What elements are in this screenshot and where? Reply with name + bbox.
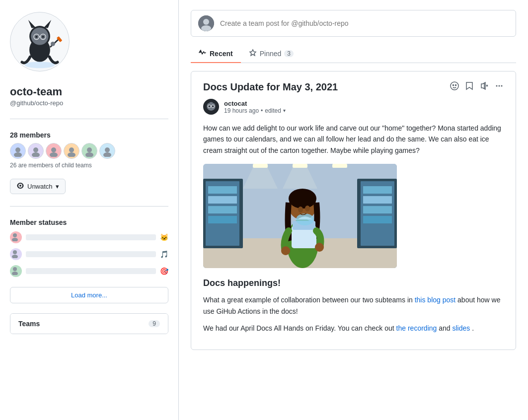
svg-point-17	[32, 152, 40, 157]
team-handle: @github/octo-repo	[10, 99, 168, 107]
status-item-1: 🐱	[10, 231, 168, 243]
post-header-row: Docs Update for May 3, 2021	[203, 81, 504, 93]
svg-point-33	[203, 19, 209, 25]
tab-pinned[interactable]: Pinned 3	[241, 45, 302, 63]
svg-point-27	[12, 238, 18, 241]
slides-link[interactable]: slides	[452, 324, 470, 332]
svg-rect-66	[363, 206, 392, 213]
svg-rect-58	[208, 186, 237, 194]
post-body-text: How can we add delight to our work life …	[203, 124, 501, 154]
svg-marker-3	[28, 20, 36, 28]
svg-point-20	[69, 147, 74, 152]
svg-point-15	[14, 152, 22, 157]
tab-pinned-label: Pinned	[260, 50, 282, 58]
svg-point-29	[12, 255, 18, 258]
tab-recent[interactable]: Recent	[191, 45, 241, 63]
team-name: octo-team	[10, 85, 168, 98]
svg-rect-59	[208, 196, 237, 204]
bookmark-icon[interactable]	[465, 81, 474, 92]
svg-rect-11	[57, 36, 62, 42]
status-item-3: 🎯	[10, 265, 168, 277]
svg-marker-4	[44, 20, 51, 28]
teams-header: Teams 9	[10, 314, 168, 334]
sidebar: octo-team @github/octo-repo 28 members	[0, 0, 179, 420]
child-teams-note: 26 are members of child teams	[10, 162, 168, 169]
svg-point-36	[451, 82, 458, 90]
svg-rect-70	[332, 164, 347, 168]
section-2-text-b: and	[439, 324, 450, 332]
member-avatars	[10, 143, 168, 159]
sidebar-divider-2	[10, 206, 168, 207]
member-avatar-1[interactable]	[10, 143, 26, 159]
main-content: Recent Pinned 3 Docs Update for May 3, 2…	[179, 0, 528, 420]
more-options-icon[interactable]	[495, 81, 504, 92]
status-avatar-1[interactable]	[10, 231, 22, 243]
teams-section: Teams 9	[10, 313, 168, 334]
svg-point-75	[289, 189, 316, 209]
svg-rect-61	[208, 216, 237, 223]
svg-point-24	[105, 147, 110, 152]
svg-point-77	[305, 206, 310, 211]
author-avatar-small	[198, 15, 214, 31]
members-label: 28 members	[10, 131, 168, 139]
svg-rect-67	[363, 216, 392, 223]
post-body: How can we add delight to our work life …	[203, 123, 504, 156]
svg-point-43	[499, 85, 500, 87]
team-avatar	[10, 12, 70, 71]
status-item-2: 🎵	[10, 248, 168, 260]
svg-point-12	[51, 42, 55, 46]
svg-point-42	[496, 85, 498, 87]
member-avatar-5[interactable]	[81, 143, 97, 159]
star-icon	[249, 49, 257, 58]
author-meta: 19 hours ago • edited ▾	[224, 107, 286, 114]
svg-point-31	[12, 272, 18, 275]
svg-point-37	[453, 85, 454, 86]
pinned-badge: 3	[284, 50, 294, 57]
svg-marker-39	[466, 82, 472, 89]
section-2-text: We had our April Docs All Hands on Frida…	[203, 324, 394, 332]
author-avatar[interactable]	[203, 99, 219, 115]
post-card: Docs Update for May 3, 2021	[191, 71, 516, 350]
unwatch-button[interactable]: Unwatch ▾	[10, 179, 66, 194]
post-section-body-2: We had our April Docs All Hands on Frida…	[203, 323, 504, 334]
status-emoji-1: 🐱	[160, 233, 168, 241]
member-avatar-2[interactable]	[28, 143, 44, 159]
emoji-reaction-icon[interactable]	[450, 81, 459, 92]
svg-point-21	[68, 152, 75, 157]
section-2-text-c: .	[472, 324, 474, 332]
post-image-illustration	[203, 164, 397, 268]
unwatch-label: Unwatch	[27, 183, 53, 190]
create-post-input[interactable]	[220, 19, 509, 27]
activity-icon	[199, 49, 207, 58]
tab-recent-label: Recent	[210, 50, 233, 58]
author-name[interactable]: octocat	[224, 100, 286, 107]
svg-point-19	[50, 152, 58, 157]
load-more-button[interactable]: Load more...	[10, 287, 168, 303]
svg-rect-69	[293, 164, 307, 168]
member-avatar-4[interactable]	[64, 143, 79, 159]
status-text-1	[26, 234, 156, 240]
svg-point-9	[42, 36, 44, 38]
member-avatar-6[interactable]	[99, 143, 115, 159]
post-section-body-1: What a great example of collaboration be…	[203, 294, 504, 317]
teams-title: Teams	[18, 320, 40, 328]
section-1-link[interactable]: this blog post	[415, 296, 456, 304]
chevron-down-icon[interactable]: ▾	[283, 108, 286, 113]
mute-icon[interactable]	[480, 81, 489, 92]
svg-point-14	[15, 147, 20, 152]
create-post-bar[interactable]	[191, 10, 516, 37]
svg-point-18	[51, 147, 56, 152]
chevron-down-icon: ▾	[56, 183, 59, 190]
member-avatar-3[interactable]	[46, 143, 62, 159]
recording-link[interactable]: the recording	[396, 324, 437, 332]
sidebar-divider-1	[10, 119, 168, 119]
edited-badge: edited	[265, 107, 281, 114]
status-avatar-2[interactable]	[10, 248, 22, 260]
svg-point-52	[209, 106, 210, 107]
svg-point-76	[298, 207, 303, 212]
svg-point-23	[85, 152, 93, 157]
status-avatar-3[interactable]	[10, 265, 22, 277]
status-list: 🐱 🎵 🎯	[10, 231, 168, 277]
svg-point-34	[201, 25, 211, 31]
svg-point-53	[212, 106, 214, 107]
